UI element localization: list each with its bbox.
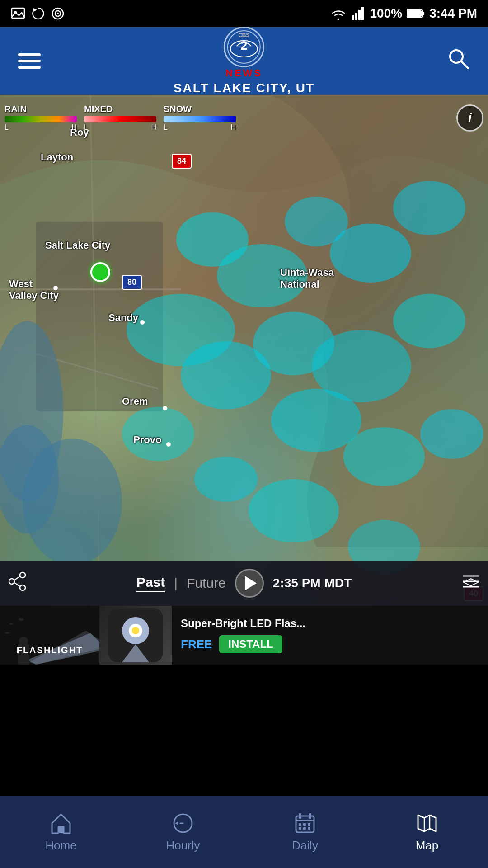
- city-uinta: Uinta-WasaNational: [280, 267, 334, 290]
- svg-rect-9: [361, 7, 364, 20]
- image-icon: [11, 6, 25, 21]
- svg-rect-12: [422, 12, 424, 15]
- highway-80-badge: 80: [122, 275, 142, 290]
- mixed-legend: MIXED L H: [84, 104, 156, 132]
- map-label: Map: [416, 839, 439, 853]
- svg-rect-69: [299, 823, 301, 826]
- daily-icon: [293, 811, 317, 835]
- svg-point-32: [393, 294, 465, 348]
- svg-line-46: [14, 576, 20, 580]
- svg-rect-7: [355, 13, 357, 20]
- svg-point-45: [20, 585, 25, 590]
- target-icon: [51, 6, 65, 21]
- cbs-eye-icon: 2 CBS: [226, 29, 262, 65]
- layers-button[interactable]: [461, 571, 481, 595]
- svg-point-33: [271, 389, 361, 452]
- city-provo: Provo: [133, 434, 161, 446]
- svg-rect-70: [303, 823, 306, 826]
- svg-rect-74: [308, 827, 310, 830]
- nav-map[interactable]: Map: [366, 811, 488, 853]
- svg-point-5: [57, 13, 59, 14]
- nav-hourly[interactable]: Hourly: [122, 811, 244, 853]
- city-slc: Salt Lake City: [45, 240, 110, 251]
- play-button[interactable]: [235, 569, 264, 598]
- ad-cta: FREE INSTALL: [181, 635, 479, 653]
- search-button[interactable]: [447, 47, 470, 75]
- time-text: 3:44 PM: [429, 6, 477, 21]
- svg-line-18: [461, 61, 468, 68]
- city-sandy: Sandy: [108, 312, 138, 324]
- svg-point-37: [194, 457, 258, 502]
- svg-marker-64: [175, 821, 178, 825]
- svg-rect-73: [303, 827, 306, 830]
- svg-point-26: [330, 224, 411, 283]
- status-icons: [11, 6, 65, 21]
- sandy-dot: [140, 320, 145, 325]
- wifi-icon: [330, 6, 347, 21]
- svg-line-47: [14, 583, 20, 586]
- svg-rect-72: [299, 827, 301, 830]
- future-button[interactable]: Future: [187, 576, 226, 591]
- share-button[interactable]: [7, 571, 27, 595]
- svg-text:CBS: CBS: [238, 32, 249, 38]
- svg-rect-11: [408, 10, 422, 17]
- past-button[interactable]: Past: [136, 575, 165, 592]
- status-bar: 100% 3:44 PM: [0, 0, 488, 27]
- app-header: 2 CBS NEWS SALT LAKE CITY, UT: [0, 27, 488, 95]
- location-label: SALT LAKE CITY, UT: [174, 81, 314, 95]
- ad-title: Super-Bright LED Flas...: [181, 617, 479, 630]
- ad-free-label: FREE: [181, 637, 212, 651]
- slc-location-marker: [90, 262, 110, 282]
- map-icon: [415, 811, 439, 835]
- svg-point-38: [249, 479, 339, 542]
- snow-legend: SNOW L H: [164, 104, 236, 132]
- info-button[interactable]: i: [456, 104, 483, 132]
- ad-image-left: FLASHLIGHT: [0, 606, 99, 665]
- ad-banner[interactable]: ✕ ▶ FLASHLIGHT Super-Bright: [0, 606, 488, 665]
- svg-point-56: [19, 637, 28, 646]
- logo-news-text: NEWS: [225, 67, 263, 79]
- refresh-icon: [31, 6, 45, 21]
- svg-point-43: [20, 572, 25, 578]
- timeline-time: 2:35 PM MDT: [273, 576, 352, 590]
- timeline-bar: Past | Future 2:35 PM MDT: [0, 561, 488, 606]
- svg-point-61: [132, 627, 139, 634]
- svg-rect-67: [299, 813, 301, 819]
- highway-84-badge: 84: [172, 154, 192, 169]
- svg-marker-51: [464, 579, 478, 586]
- city-layton: Layton: [41, 151, 73, 163]
- nav-home[interactable]: Home: [0, 811, 122, 853]
- svg-point-34: [343, 427, 425, 486]
- svg-point-42: [23, 439, 122, 565]
- daily-label: Daily: [292, 839, 318, 853]
- ad-app-name: FLASHLIGHT: [17, 645, 83, 656]
- mixed-bar: [84, 116, 156, 122]
- menu-button[interactable]: [18, 53, 41, 69]
- map-terrain: [0, 95, 488, 606]
- svg-rect-62: [58, 827, 64, 833]
- map-legend: RAIN L H MIXED L H SNOW L H i: [5, 104, 483, 132]
- svg-point-35: [420, 409, 483, 459]
- status-info: 100% 3:44 PM: [330, 6, 477, 21]
- city-wvc: WestValley City: [9, 278, 59, 302]
- provo-dot: [166, 442, 171, 447]
- ad-app-icon: [99, 606, 172, 665]
- nav-daily[interactable]: Daily: [244, 811, 366, 853]
- map-view[interactable]: RAIN L H MIXED L H SNOW L H i Roy Lay: [0, 95, 488, 606]
- rain-legend: RAIN L H: [5, 104, 77, 132]
- city-orem: Orem: [122, 396, 148, 407]
- app-logo: 2 CBS NEWS SALT LAKE CITY, UT: [174, 27, 314, 95]
- snow-bar: [164, 116, 236, 122]
- battery-text: 100%: [370, 6, 403, 21]
- hourly-label: Hourly: [166, 839, 200, 853]
- hourly-icon: [171, 811, 195, 835]
- orem-dot: [163, 406, 167, 410]
- rain-bar: [5, 116, 77, 122]
- signal-icon: [351, 6, 366, 21]
- ad-install-button[interactable]: INSTALL: [219, 635, 282, 653]
- svg-marker-75: [418, 815, 436, 831]
- ad-content: Super-Bright LED Flas... FREE INSTALL: [172, 610, 488, 660]
- svg-rect-68: [309, 813, 311, 819]
- home-icon: [49, 811, 73, 835]
- svg-point-44: [9, 579, 14, 584]
